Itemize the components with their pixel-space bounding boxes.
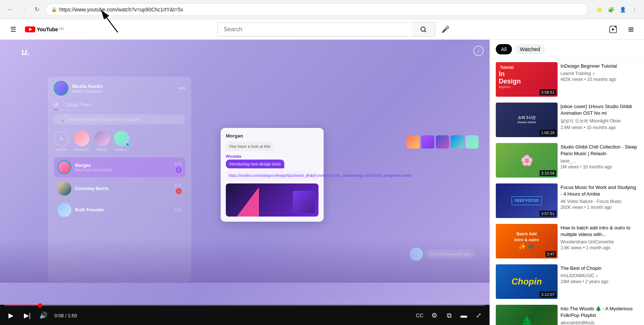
profile-button[interactable]: 👤 xyxy=(618,4,628,15)
yt-logo-suffix: HK xyxy=(59,26,64,31)
mockup-user-row: Nicola Austin Motion Designer ••• xyxy=(48,76,191,100)
mockup-add-label: Add Pin xyxy=(56,148,67,151)
controls-right: CC ⚙ ⧉ ▬ ⤢ xyxy=(413,309,485,322)
convo-msg2: Introducing new design tools xyxy=(226,160,284,168)
settings-button[interactable]: ⋮ xyxy=(629,4,640,15)
video-stats: 2.9M views • 10 months ago xyxy=(561,125,638,130)
mockup-bottom-gradient xyxy=(0,239,490,283)
list-item[interactable]: Batch AddIntro & outro ✨ ➕ 3:47 How to b… xyxy=(490,221,644,261)
yt-logo[interactable]: YouTube HK xyxy=(25,26,64,33)
forward-button[interactable]: → xyxy=(18,4,29,15)
mic-button[interactable]: 🎤 xyxy=(438,22,453,37)
mockup-chat-courtney[interactable]: Courtney Norris 8:15 1 xyxy=(54,179,185,199)
list-item[interactable]: 소리 1시간Studio Ghibli 1:00:26 [oboe cover]… xyxy=(490,100,644,140)
video-info: Focus Music for Work and Studying - 4 Ho… xyxy=(561,183,638,218)
search-container: 🎤 xyxy=(64,22,606,37)
convo-sender2: Woolala Introducing new design tools xyxy=(226,154,319,168)
video-area: i Nicola Austin Motion Designer ••• xyxy=(0,40,490,325)
search-button[interactable] xyxy=(412,22,435,37)
woods-thumb-content: 🌲 xyxy=(496,305,558,325)
next-button[interactable]: ▶| xyxy=(21,309,34,322)
video-duration: 3:10:56 xyxy=(540,170,556,176)
video-thumb-focus: DEEP FOCUS 3:57:51 xyxy=(496,183,558,218)
video-channel: Wondershare UniConverter xyxy=(561,239,638,244)
video-title: Focus Music for Work and Studying - 4 Ho… xyxy=(561,184,638,197)
video-title: Studio Ghibli Chill Collection - Sleep P… xyxy=(561,144,638,157)
verified-icon: ✓ xyxy=(592,71,595,76)
subtitles-button[interactable]: CC xyxy=(413,309,426,322)
list-item[interactable]: DEEP FOCUS 3:57:51 Focus Music for Work … xyxy=(490,181,644,221)
time-current: 0:08 xyxy=(54,313,64,318)
theater-button[interactable]: ▬ xyxy=(457,309,470,322)
extensions-button[interactable]: 🧩 xyxy=(606,4,616,15)
mockup-user-avatar xyxy=(54,81,68,96)
video-title: InDesign Beginner Tutorial xyxy=(561,63,638,69)
video-stats: 402K views • 10 months ago xyxy=(561,77,638,82)
filter-watched[interactable]: Watched xyxy=(515,44,545,54)
mockup-tab-ui[interactable]: UI xyxy=(54,100,58,110)
color-sq-5 xyxy=(465,135,478,149)
video-duration: 3:58:51 xyxy=(540,89,556,95)
filter-all[interactable]: All xyxy=(496,44,512,54)
controls-row: ▶ ▶| 🔊 0:08 / 1:50 CC ⚙ ⧉ ▬ ⤢ xyxy=(4,309,485,322)
create-video-button[interactable] xyxy=(606,22,620,37)
convo-link: https://invideo.com/category/design/tips… xyxy=(226,171,319,181)
video-player[interactable]: i Nicola Austin Motion Designer ••• xyxy=(0,40,490,305)
mockup-tabs: UI Design Team xyxy=(48,100,191,111)
url-input[interactable] xyxy=(59,7,583,12)
mockup-logo: u. xyxy=(21,46,30,58)
play-button[interactable]: ▶ xyxy=(4,309,18,322)
mockup-chat-list: Morgan Hey have a look at this 8:32 2 xyxy=(48,154,191,223)
convo-msg1: Hey have a look at this xyxy=(226,142,274,151)
video-channel: 달방의 오보에 Moonlight Oboe xyxy=(561,118,638,124)
fullscreen-button[interactable]: ⤢ xyxy=(472,309,485,322)
youtube-app: ☰ YouTube HK 🎤 xyxy=(0,19,644,325)
progress-bar[interactable] xyxy=(4,305,485,306)
browser-actions: ⭐ 🧩 👤 ⋮ xyxy=(594,4,640,15)
list-item[interactable]: Chopin 3:12:07 The Best of Chopin HALIDO… xyxy=(490,261,644,302)
video-thumb-chopin: Chopin 3:12:07 xyxy=(496,264,558,299)
video-content: i Nicola Austin Motion Designer ••• xyxy=(0,40,490,305)
progress-dot xyxy=(38,303,42,308)
video-channel: HALIDONMUSIC ✓ xyxy=(561,273,638,278)
info-icon[interactable]: i xyxy=(473,46,484,56)
miniplayer-button[interactable]: ⧉ xyxy=(442,309,456,322)
color-sq-4 xyxy=(451,135,464,149)
list-item[interactable]: 🌸 3:10:56 Studio Ghibli Chill Collection… xyxy=(490,140,644,181)
search-input[interactable] xyxy=(217,22,409,36)
mockup-chat-morgan[interactable]: Morgan Hey have a look at this 8:32 2 xyxy=(54,157,185,177)
mockup-search-placeholder: Search people, groups and messages. xyxy=(67,117,142,122)
browser-chrome: ← → ↻ 🔒 ⭐ 🧩 👤 ⋮ xyxy=(0,0,644,19)
video-duration: 3:57:51 xyxy=(540,211,556,217)
apps-button[interactable]: ⊞ xyxy=(623,22,638,37)
mockup-chat-ruth[interactable]: Ruth Forester 6:30 xyxy=(54,200,185,220)
mockup-tab-design-team[interactable]: Design Team xyxy=(65,100,91,110)
video-sidebar: All Watched Tutorial InDesign Beginner 3… xyxy=(490,40,644,325)
back-button[interactable]: ← xyxy=(4,4,16,15)
mockup-color-squares xyxy=(406,135,478,149)
reload-button[interactable]: ↻ xyxy=(31,4,43,15)
menu-button[interactable]: ☰ xyxy=(6,22,21,37)
color-sq-3 xyxy=(436,135,449,149)
nav-buttons: ← → ↻ xyxy=(4,4,43,15)
color-sq-2 xyxy=(421,135,434,149)
volume-button[interactable]: 🔊 xyxy=(37,309,50,322)
video-duration: 3:12:07 xyxy=(540,292,556,297)
video-title: The Best of Chopin xyxy=(561,265,638,272)
video-info: How to batch add intro & outro to multip… xyxy=(561,224,638,258)
video-info: InDesign Beginner Tutorial Learnit Train… xyxy=(561,62,638,97)
video-duration: 1:00:26 xyxy=(540,130,556,136)
list-item[interactable]: Tutorial InDesign Beginner 3:58:51 InDes… xyxy=(490,59,644,100)
mockup-search-area: 🔍 Search people, groups and messages. xyxy=(48,111,191,128)
mockup-more-btn[interactable]: ••• xyxy=(178,85,185,92)
mockup-conversation-panel: Morgan Hey have a look at this Woolala I… xyxy=(221,128,324,222)
settings-button[interactable]: ⚙ xyxy=(428,309,441,322)
color-sq-1 xyxy=(406,135,420,149)
list-item[interactable]: 🌲 Into The Woods 🌲 - A Mysterious Folk/P… xyxy=(490,302,644,325)
bookmark-button[interactable]: ⭐ xyxy=(594,4,604,15)
address-bar[interactable]: 🔒 xyxy=(46,3,588,16)
svg-text:YouTube: YouTube xyxy=(37,26,58,32)
mockup-add-pin[interactable]: + Add Pin xyxy=(54,131,69,151)
progress-fill xyxy=(4,305,38,306)
video-stats: 262K views • 1 month ago xyxy=(561,205,638,210)
